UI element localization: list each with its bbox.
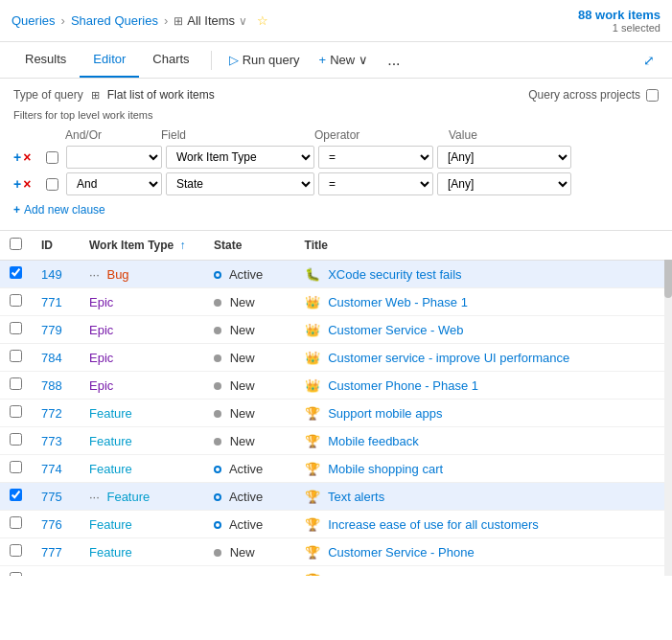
row-title-cell[interactable]: 👑 Customer service - improve UI performa… xyxy=(295,344,672,372)
row-checkbox-cell[interactable] xyxy=(0,316,32,344)
row-title-cell[interactable]: 👑 Customer Phone - Phase 1 xyxy=(295,372,672,400)
row-id-cell[interactable]: 149 xyxy=(32,261,80,288)
row-1-value-select[interactable]: [Any] xyxy=(437,146,571,169)
breadcrumb-sep-1: › xyxy=(61,13,65,28)
row-2-andor-select[interactable]: And xyxy=(66,172,162,195)
row-checkbox-cell[interactable] xyxy=(0,372,32,400)
row-checkbox[interactable] xyxy=(10,350,22,362)
row-id-cell[interactable]: 777 xyxy=(32,538,80,566)
header-checkbox-col[interactable] xyxy=(0,231,32,261)
row-title-link[interactable]: Customer Service - Web xyxy=(328,323,463,337)
row-title-cell[interactable]: 🏆 Build Settings Experience xyxy=(295,566,672,577)
tab-results[interactable]: Results xyxy=(12,42,80,78)
row-1-field-select[interactable]: Work Item Type xyxy=(166,146,314,169)
row-title-cell[interactable]: 🏆 Mobile shopping cart xyxy=(295,455,672,483)
row-title-link[interactable]: Support mobile apps xyxy=(328,406,442,421)
row-title-cell[interactable]: 🐛 XCode security test fails xyxy=(295,261,672,288)
row-checkbox-cell[interactable] xyxy=(0,427,32,455)
row-title-cell[interactable]: 🏆 Text alerts xyxy=(295,483,672,511)
row-id-cell[interactable]: 776 xyxy=(32,511,80,538)
row-id-cell[interactable]: 778 xyxy=(32,566,80,577)
row-title-link[interactable]: Build Settings Experience xyxy=(328,573,470,577)
row-checkbox[interactable] xyxy=(10,266,22,279)
row-1-remove-button[interactable]: × xyxy=(23,149,31,165)
header-state-col[interactable]: State xyxy=(204,231,295,261)
scrollbar[interactable] xyxy=(664,231,672,576)
row-checkbox[interactable] xyxy=(10,294,22,307)
row-title-link[interactable]: Customer Phone - Phase 1 xyxy=(328,378,478,393)
row-checkbox[interactable] xyxy=(10,516,22,529)
header-title-col[interactable]: Title xyxy=(295,231,672,261)
row-id-cell[interactable]: 775 xyxy=(32,483,80,511)
breadcrumb-shared-queries[interactable]: Shared Queries xyxy=(71,13,158,28)
row-checkbox-cell[interactable] xyxy=(0,483,32,511)
run-query-button[interactable]: ▷ Run query xyxy=(220,47,310,73)
more-options-button[interactable]: ... xyxy=(378,46,409,75)
row-1-add-button[interactable]: + xyxy=(13,149,21,165)
row-title-link[interactable]: Customer Service - Phone xyxy=(328,545,474,560)
new-button[interactable]: + New ∨ xyxy=(310,47,379,73)
row-title-link[interactable]: Customer Web - Phase 1 xyxy=(328,295,468,309)
row-title-cell[interactable]: 👑 Customer Web - Phase 1 xyxy=(295,288,672,316)
header-type-col[interactable]: Work Item Type ↑ xyxy=(80,231,204,261)
query-type-value[interactable]: Flat list of work items xyxy=(107,88,215,102)
row-checkbox[interactable] xyxy=(10,489,22,501)
row-2-add-button[interactable]: + xyxy=(13,176,21,192)
row-title-link[interactable]: Customer service - improve UI performanc… xyxy=(328,351,569,365)
row-2-value-select[interactable]: [Any] xyxy=(437,172,571,195)
row-state-label: New xyxy=(230,406,255,421)
row-more-dots[interactable]: ··· xyxy=(89,267,100,282)
row-title-cell[interactable]: 🏆 Customer Service - Phone xyxy=(295,538,672,566)
row-2-checkbox[interactable] xyxy=(46,178,58,191)
row-id-cell[interactable]: 784 xyxy=(32,344,80,372)
row-title-link[interactable]: Increase ease of use for all customers xyxy=(328,517,539,532)
row-checkbox-cell[interactable] xyxy=(0,344,32,372)
row-checkbox[interactable] xyxy=(10,572,22,576)
row-1-andor-select[interactable] xyxy=(66,146,162,169)
row-title-link[interactable]: Mobile feedback xyxy=(328,434,419,448)
tab-editor[interactable]: Editor xyxy=(80,42,139,78)
row-title-link[interactable]: Mobile shopping cart xyxy=(328,462,443,476)
favorite-star-icon[interactable]: ☆ xyxy=(257,13,268,28)
row-checkbox-cell[interactable] xyxy=(0,511,32,538)
row-title-cell[interactable]: 👑 Customer Service - Web xyxy=(295,316,672,344)
row-checkbox[interactable] xyxy=(10,461,22,473)
row-checkbox[interactable] xyxy=(10,544,22,557)
add-clause-button[interactable]: + Add new clause xyxy=(13,199,659,220)
expand-button[interactable]: ⤢ xyxy=(637,47,660,74)
row-more-dots[interactable]: ··· xyxy=(89,490,100,504)
tab-charts[interactable]: Charts xyxy=(139,42,202,78)
row-2-remove-button[interactable]: × xyxy=(23,176,31,192)
row-id-cell[interactable]: 788 xyxy=(32,372,80,400)
breadcrumb-dropdown-arrow[interactable]: ∨ xyxy=(239,14,247,28)
row-checkbox[interactable] xyxy=(10,405,22,418)
row-2-operator-select[interactable]: = xyxy=(318,172,433,195)
row-2-field-select[interactable]: State xyxy=(166,172,314,195)
row-1-checkbox[interactable] xyxy=(46,151,58,164)
row-checkbox-cell[interactable] xyxy=(0,261,32,288)
row-checkbox[interactable] xyxy=(10,322,22,334)
row-checkbox-cell[interactable] xyxy=(0,455,32,483)
row-title-cell[interactable]: 🏆 Mobile feedback xyxy=(295,427,672,455)
row-checkbox-cell[interactable] xyxy=(0,538,32,566)
row-id-cell[interactable]: 773 xyxy=(32,427,80,455)
query-across-checkbox[interactable] xyxy=(646,89,659,102)
row-title-link[interactable]: XCode security test fails xyxy=(328,267,461,282)
header-id-col[interactable]: ID xyxy=(32,231,80,261)
row-id-cell[interactable]: 772 xyxy=(32,400,80,427)
row-id-cell[interactable]: 779 xyxy=(32,316,80,344)
row-title-link[interactable]: Text alerts xyxy=(328,490,384,504)
row-id-cell[interactable]: 774 xyxy=(32,455,80,483)
row-checkbox[interactable] xyxy=(10,377,22,390)
breadcrumb-queries[interactable]: Queries xyxy=(12,13,56,28)
select-all-checkbox[interactable] xyxy=(10,238,22,250)
query-across-projects: Query across projects xyxy=(528,88,659,102)
row-title-cell[interactable]: 🏆 Support mobile apps xyxy=(295,400,672,427)
row-1-operator-select[interactable]: = xyxy=(318,146,433,169)
row-checkbox-cell[interactable] xyxy=(0,566,32,577)
row-checkbox-cell[interactable] xyxy=(0,288,32,316)
row-id-cell[interactable]: 771 xyxy=(32,288,80,316)
row-checkbox[interactable] xyxy=(10,433,22,446)
row-checkbox-cell[interactable] xyxy=(0,400,32,427)
row-title-cell[interactable]: 🏆 Increase ease of use for all customers xyxy=(295,511,672,538)
